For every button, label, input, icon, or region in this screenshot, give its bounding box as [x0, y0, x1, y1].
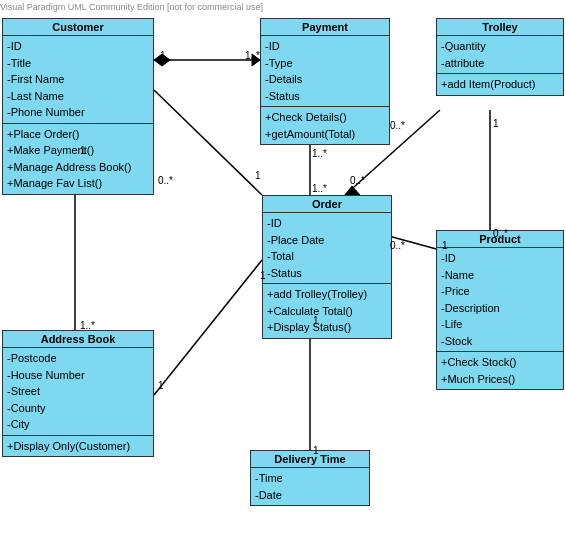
order-attr-status: -Status	[267, 265, 387, 282]
order-method-displaystatus: +Display Status()	[267, 319, 387, 336]
payment-methods: +Check Details() +getAmount(Total)	[261, 107, 389, 144]
label-trolley-order-0sb: 0..*	[350, 175, 365, 186]
payment-attr-status: -Status	[265, 88, 385, 105]
trolley-box: Trolley -Quantity -attribute +add Item(P…	[436, 18, 564, 96]
product-attr-name: -Name	[441, 267, 559, 284]
customer-attr-phone: -Phone Number	[7, 104, 149, 121]
trolley-attr-quantity: -Quantity	[441, 38, 559, 55]
label-trolley-product-0s: 0..*	[493, 228, 508, 239]
customer-attr-lastname: -Last Name	[7, 88, 149, 105]
product-attr-price: -Price	[441, 283, 559, 300]
product-attr-stock: -Stock	[441, 333, 559, 350]
payment-attr-details: -Details	[265, 71, 385, 88]
customer-method-manageaddress: +Manage Address Book()	[7, 159, 149, 176]
addressbook-title: Address Book	[3, 331, 153, 348]
addressbook-attr-street: -Street	[7, 383, 149, 400]
trolley-title: Trolley	[437, 19, 563, 36]
customer-method-managefav: +Manage Fav List()	[7, 175, 149, 192]
order-title: Order	[263, 196, 391, 213]
label-trolley-order-0s: 0..*	[390, 120, 405, 131]
payment-method-check: +Check Details()	[265, 109, 385, 126]
svg-line-6	[154, 260, 262, 395]
label-customer-payment-1s: 1..*	[245, 50, 260, 61]
product-method-checkstock: +Check Stock()	[441, 354, 559, 371]
addressbook-attr-city: -City	[7, 416, 149, 433]
payment-title: Payment	[261, 19, 389, 36]
deliverytime-box: Delivery Time -Time -Date	[250, 450, 370, 506]
customer-attributes: -ID -Title -First Name -Last Name -Phone…	[3, 36, 153, 124]
label-order-product-0s: 0..*	[390, 240, 405, 251]
order-attributes: -ID -Place Date -Total -Status	[263, 213, 391, 284]
addressbook-methods: +Display Only(Customer)	[3, 436, 153, 457]
order-attr-placedate: -Place Date	[267, 232, 387, 249]
label-product-1: 1	[442, 240, 448, 251]
label-addressbook-order-1: 1	[158, 380, 164, 391]
label-addressbook-order-1b: 1	[260, 270, 266, 281]
order-box: Order -ID -Place Date -Total -Status +ad…	[262, 195, 392, 339]
label-customer-payment-1: 1	[160, 50, 166, 61]
label-payment-order-1sb: 1..*	[312, 183, 327, 194]
product-attributes: -ID -Name -Price -Description -Life -Sto…	[437, 248, 563, 352]
deliverytime-attributes: -Time -Date	[251, 468, 369, 505]
customer-methods: +Place Order() +Make Payment() +Manage A…	[3, 124, 153, 194]
product-attr-life: -Life	[441, 316, 559, 333]
customer-method-makepayment: +Make Payment()	[7, 142, 149, 159]
product-methods: +Check Stock() +Much Prices()	[437, 352, 563, 389]
order-methods: +add Trolley(Trolley) +Calculate Total()…	[263, 284, 391, 338]
product-box: Product -ID -Name -Price -Description -L…	[436, 230, 564, 390]
customer-method-placeorder: +Place Order()	[7, 126, 149, 143]
label-customer-addressbook-1: 1	[80, 145, 86, 156]
deliverytime-attr-date: -Date	[255, 487, 365, 504]
addressbook-attr-housenumber: -House Number	[7, 367, 149, 384]
addressbook-box: Address Book -Postcode -House Number -St…	[2, 330, 154, 457]
watermark-text: Visual Paradigm UML Community Edition [n…	[0, 2, 263, 12]
addressbook-method-display: +Display Only(Customer)	[7, 438, 149, 455]
addressbook-attr-county: -County	[7, 400, 149, 417]
payment-attr-id: -ID	[265, 38, 385, 55]
deliverytime-title: Delivery Time	[251, 451, 369, 468]
label-customer-order-1: 1	[255, 170, 261, 181]
order-method-calctotal: +Calculate Total()	[267, 303, 387, 320]
payment-attr-type: -Type	[265, 55, 385, 72]
deliverytime-attr-time: -Time	[255, 470, 365, 487]
customer-title: Customer	[3, 19, 153, 36]
customer-box: Customer -ID -Title -First Name -Last Na…	[2, 18, 154, 195]
payment-method-getamount: +getAmount(Total)	[265, 126, 385, 143]
trolley-methods: +add Item(Product)	[437, 74, 563, 95]
addressbook-attributes: -Postcode -House Number -Street -County …	[3, 348, 153, 436]
order-attr-total: -Total	[267, 248, 387, 265]
order-method-addtrolley: +add Trolley(Trolley)	[267, 286, 387, 303]
trolley-attr-attribute: -attribute	[441, 55, 559, 72]
trolley-method-additem: +add Item(Product)	[441, 76, 559, 93]
addressbook-attr-postcode: -Postcode	[7, 350, 149, 367]
payment-box: Payment -ID -Type -Details -Status +Chec…	[260, 18, 390, 145]
label-trolley-product-1: 1	[493, 118, 499, 129]
label-customer-order-0s: 0..*	[158, 175, 173, 186]
label-delivery-1: 1	[313, 445, 319, 456]
payment-attributes: -ID -Type -Details -Status	[261, 36, 389, 107]
customer-attr-id: -ID	[7, 38, 149, 55]
label-payment-order-1s: 1..*	[312, 148, 327, 159]
customer-attr-title: -Title	[7, 55, 149, 72]
trolley-attributes: -Quantity -attribute	[437, 36, 563, 74]
product-method-prices: +Much Prices()	[441, 371, 559, 388]
label-addressbook-1s: 1..*	[80, 320, 95, 331]
product-attr-id: -ID	[441, 250, 559, 267]
label-order-delivery-1: 1	[313, 315, 319, 326]
order-attr-id: -ID	[267, 215, 387, 232]
customer-attr-firstname: -First Name	[7, 71, 149, 88]
product-attr-description: -Description	[441, 300, 559, 317]
